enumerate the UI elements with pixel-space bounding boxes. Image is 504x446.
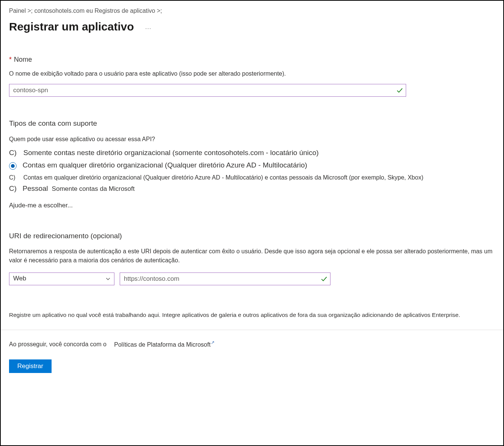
redirect-uri-help: Retornaremos a resposta de autenticação … [9,247,495,265]
required-star-icon: * [9,56,12,63]
account-option-label: Contas em qualquer diretório organizacio… [23,161,307,169]
name-help-text: O nome de exibição voltado para o usuári… [9,70,495,77]
more-icon[interactable]: ··· [145,25,151,32]
enterprise-note: Registre um aplicativo no qual você está… [9,312,495,318]
breadcrumb[interactable]: Painel >; contosohotels.com eu Registros… [9,8,495,14]
check-icon [321,276,327,282]
radio-unselected-icon: C) [9,148,19,158]
external-link-icon: ↗ [211,340,215,345]
policies-link[interactable]: Políticas de Plataforma da Microsoft↗ [114,341,215,348]
platform-select-value: Web [9,272,114,285]
account-option-multitenant-personal[interactable]: C) Contas em qualquer diretório organiza… [9,174,495,182]
register-button[interactable]: Registrar [9,359,52,373]
consent-prefix: Ao prosseguir, você concorda com o [9,341,107,348]
chevron-down-icon [105,276,111,282]
breadcrumb-part2[interactable]: contosohotels.com eu Registros de aplica… [34,8,162,14]
divider [1,330,503,330]
account-option-single-tenant[interactable]: C) Somente contas neste diretório organi… [9,148,495,158]
platform-select[interactable]: Web [9,272,114,285]
check-icon [396,87,403,94]
account-type-options: C) Somente contas neste diretório organi… [9,148,495,193]
account-option-label: Contas em qualquer diretório organizacio… [23,174,423,182]
breadcrumb-part1[interactable]: Painel >; [9,8,33,14]
redirect-uri-input[interactable] [120,272,330,285]
account-types-question: Quem pode usar esse aplicativo ou acessa… [9,136,495,143]
radio-unselected-icon: C) [9,174,19,182]
account-option-multitenant[interactable]: Contas em qualquer diretório organizacio… [9,161,495,170]
policies-link-text: Políticas de Plataforma da Microsoft [114,341,210,348]
account-option-personal[interactable]: C) Pessoal Somente contas da Microsoft [9,184,495,193]
account-types-heading: Tipos de conta com suporte [9,119,495,128]
account-option-sublabel: Somente contas da Microsoft [52,185,135,193]
help-me-choose-link[interactable]: Ajude-me a escolher... [9,202,495,209]
account-option-label: Pessoal [23,184,48,193]
radio-unselected-icon: C) [9,184,19,193]
name-label: *Nome [9,56,495,64]
redirect-uri-heading: URI de redirecionamento (opcional) [9,232,495,240]
app-name-input[interactable] [9,84,406,97]
name-label-text: Nome [14,56,32,63]
radio-selected-icon [9,162,17,170]
consent-row: Ao prosseguir, você concorda com o Polít… [9,340,495,348]
account-option-label: Somente contas neste diretório organizac… [23,148,319,158]
page-title: Registrar um aplicativo [9,20,134,33]
